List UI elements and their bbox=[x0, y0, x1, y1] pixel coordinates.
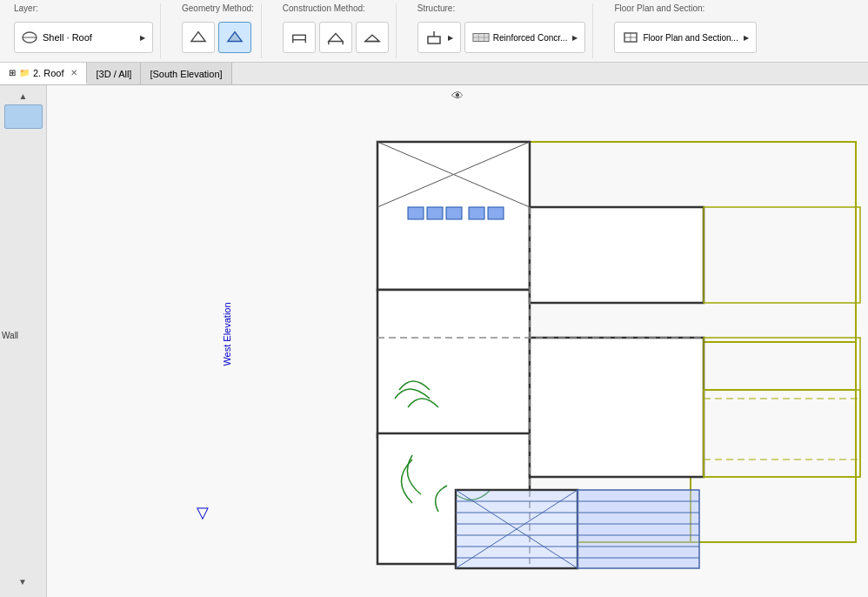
svg-marker-2 bbox=[191, 32, 205, 42]
layer-dropdown[interactable]: Shell · Roof ▶ bbox=[14, 22, 153, 53]
tabbar: ⊞ 📁 2. Roof ✕ [3D / All] [South Elevatio… bbox=[0, 63, 868, 85]
tab-3d-label: [3D / All] bbox=[96, 69, 131, 79]
geometry-label: Geometry Method: bbox=[182, 3, 254, 13]
svg-marker-3 bbox=[228, 32, 242, 42]
floorplan-dropdown-arrow: ▶ bbox=[744, 34, 749, 42]
svg-rect-36 bbox=[446, 207, 462, 219]
construction-label: Construction Method: bbox=[283, 3, 389, 13]
floorplan-drawing-icon bbox=[623, 30, 638, 45]
structure-icon-1 bbox=[425, 29, 443, 46]
tab-roof-close[interactable]: ✕ bbox=[70, 68, 77, 77]
floor-plan-svg bbox=[134, 94, 868, 581]
svg-rect-28 bbox=[530, 338, 704, 477]
structure-value: Reinforced Concr... bbox=[493, 33, 568, 43]
svg-marker-7 bbox=[329, 33, 343, 41]
layer-dropdown-arrow: ▶ bbox=[140, 34, 145, 42]
svg-rect-4 bbox=[293, 35, 306, 39]
layer-dropdown-left: Shell · Roof bbox=[22, 30, 92, 45]
polygon-icon bbox=[226, 28, 244, 47]
tab-roof-folder-icon: 📁 bbox=[19, 68, 30, 77]
concrete-block-icon bbox=[472, 29, 490, 46]
structure-dropdown-arrow: ▶ bbox=[572, 34, 578, 42]
svg-rect-38 bbox=[488, 207, 504, 219]
construction-btn-1[interactable] bbox=[283, 22, 316, 53]
toolbar-group-floorplan: Floor Plan and Section: Floor Plan and S… bbox=[607, 3, 764, 58]
tab-south-elevation[interactable]: [South Elevation] bbox=[141, 63, 231, 84]
svg-rect-27 bbox=[530, 207, 704, 303]
construction-group-content bbox=[283, 17, 389, 58]
geometry-icon-1 bbox=[190, 29, 207, 46]
structure-btn-2[interactable]: Reinforced Concr... ▶ bbox=[464, 22, 586, 53]
floorplan-value: Floor Plan and Section... bbox=[643, 33, 738, 43]
construction-btn-2[interactable] bbox=[319, 22, 352, 53]
svg-rect-55 bbox=[704, 207, 860, 303]
construction-btn-3[interactable] bbox=[356, 22, 389, 53]
floorplan-icon-1 bbox=[622, 29, 639, 46]
tab-roof-grid-icon: ⊞ bbox=[9, 68, 16, 77]
floorplan-group-content: Floor Plan and Section... ▶ bbox=[614, 17, 757, 58]
geometry-group-content bbox=[182, 17, 254, 58]
layer-value: Shell · Roof bbox=[43, 32, 92, 43]
sidebar: ▲ Wall ▼ bbox=[0, 85, 47, 597]
svg-rect-35 bbox=[427, 207, 443, 219]
construction-sloped-icon bbox=[327, 28, 344, 47]
tab-roof-label: 2. Roof bbox=[33, 68, 63, 78]
construction-flat-icon bbox=[290, 28, 308, 47]
floorplan-label: Floor Plan and Section: bbox=[614, 3, 757, 13]
tab-roof[interactable]: ⊞ 📁 2. Roof ✕ bbox=[0, 63, 87, 84]
scroll-down-arrow[interactable]: ▼ bbox=[3, 574, 42, 588]
construction-icon-1 bbox=[290, 29, 308, 46]
toolbar-group-construction: Construction Method: bbox=[276, 3, 397, 58]
tab-3d[interactable]: [3D / All] bbox=[87, 63, 141, 84]
svg-rect-57 bbox=[704, 390, 860, 477]
svg-rect-34 bbox=[408, 207, 424, 219]
drawing-area: 👁 West Elevation ▽ bbox=[47, 85, 868, 597]
toolbar: Layer: Shell · Roof ▶ Geometry Method: bbox=[0, 0, 868, 63]
floorplan-btn-1[interactable]: Floor Plan and Section... ▶ bbox=[614, 22, 757, 53]
toolbar-group-geometry: Geometry Method: bbox=[175, 3, 262, 58]
wall-label: Wall bbox=[2, 331, 18, 340]
sidebar-highlight-item[interactable] bbox=[4, 104, 43, 129]
concrete-icon bbox=[472, 29, 490, 46]
toolbar-group-structure: Structure: ▶ bbox=[411, 3, 594, 58]
scroll-up-arrow[interactable]: ▲ bbox=[4, 89, 43, 103]
geometry-btn-1[interactable] bbox=[182, 22, 215, 53]
svg-rect-37 bbox=[469, 207, 484, 219]
construction-icon-3 bbox=[364, 29, 381, 46]
layer-label: Layer: bbox=[14, 3, 153, 13]
rectangle-icon bbox=[190, 28, 207, 47]
structure-btn-1[interactable]: ▶ bbox=[417, 22, 461, 53]
structure-group-content: ▶ Reinforced Concr... ▶ bbox=[417, 17, 586, 58]
svg-marker-10 bbox=[365, 35, 379, 41]
tab-south-label: [South Elevation] bbox=[150, 69, 222, 79]
shell-icon bbox=[22, 30, 37, 45]
toolbar-group-layer: Layer: Shell · Roof ▶ bbox=[7, 3, 161, 58]
structure-arrow: ▶ bbox=[448, 34, 453, 42]
structure-label: Structure: bbox=[417, 3, 586, 13]
structure-edit-icon bbox=[426, 30, 442, 45]
svg-rect-25 bbox=[377, 290, 530, 438]
svg-rect-23 bbox=[691, 390, 856, 542]
svg-rect-56 bbox=[704, 338, 860, 477]
layer-group-content: Shell · Roof ▶ bbox=[14, 17, 153, 58]
construction-gable-icon bbox=[364, 28, 381, 47]
geometry-icon-2 bbox=[226, 29, 244, 46]
svg-rect-12 bbox=[428, 37, 440, 44]
geometry-btn-2[interactable] bbox=[218, 22, 251, 53]
construction-icon-2 bbox=[327, 29, 344, 46]
main-area: ▲ Wall ▼ 👁 West Elevation ▽ bbox=[0, 85, 868, 597]
